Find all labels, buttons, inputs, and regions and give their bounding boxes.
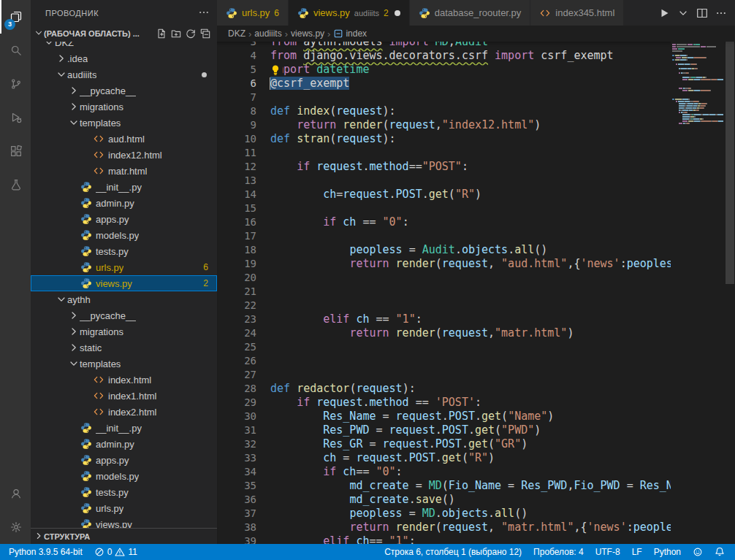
line-number[interactable]: 27 <box>217 368 270 382</box>
code-line[interactable]: 6@csrf_exempt <box>217 77 735 91</box>
tab-views.py[interactable]: views.pyaudiiits2 <box>289 0 410 26</box>
line-number[interactable]: 3 <box>217 42 270 49</box>
tree-item[interactable]: apps.py <box>31 211 217 227</box>
tree-item[interactable]: models.py <box>31 227 217 243</box>
code-line[interactable]: 34 if ch== "0": <box>217 465 735 479</box>
breadcrumb-item[interactable]: audiiits <box>254 28 281 39</box>
code-line[interactable]: 28def redactor(request): <box>217 382 735 396</box>
tree-item[interactable]: admin.py <box>31 195 217 211</box>
workspace-section-header[interactable]: (РАБОЧАЯ ОБЛАСТЬ) ... <box>31 26 217 42</box>
line-number[interactable]: 11 <box>217 146 270 160</box>
line-number[interactable]: 20 <box>217 271 270 285</box>
code-line[interactable]: 32 Res_GR = request.POST.get("GR") <box>217 437 735 451</box>
code-line[interactable]: 12 if request.method=="POST": <box>217 160 735 174</box>
tree-item[interactable]: migrations <box>31 99 217 115</box>
code-line[interactable]: 11 <box>217 146 735 160</box>
code-line[interactable]: 18 peopless = Audit.objects.all() <box>217 243 735 257</box>
line-number[interactable]: 17 <box>217 229 270 243</box>
code-line[interactable]: 13 <box>217 174 735 188</box>
tree-item[interactable]: aythh <box>31 291 217 307</box>
tree-item[interactable]: __pycache__ <box>31 307 217 323</box>
code-line[interactable]: 10def stran(request): <box>217 132 735 146</box>
tree-item[interactable]: DKZ <box>31 42 217 50</box>
line-number[interactable]: 26 <box>217 354 270 368</box>
tree-item[interactable]: templates <box>31 115 217 131</box>
code-line[interactable]: 9 return render(request,"index12.html") <box>217 118 735 132</box>
code-line[interactable]: 31 Res_PWD = request.POST.get("PWD") <box>217 423 735 437</box>
tree-item[interactable]: models.py <box>31 468 217 484</box>
code-line[interactable]: 27 <box>217 368 735 382</box>
new-file-button[interactable] <box>154 26 169 41</box>
lightbulb-icon[interactable] <box>270 64 283 77</box>
line-number[interactable]: 21 <box>217 285 270 299</box>
line-number[interactable]: 30 <box>217 410 270 423</box>
tree-item[interactable]: __init__.py <box>31 420 217 436</box>
run-button[interactable] <box>656 5 672 21</box>
code-line[interactable]: 30 Res_Name = request.POST.get("Name") <box>217 410 735 423</box>
settings-button[interactable] <box>0 510 31 544</box>
line-number[interactable]: 23 <box>217 312 270 326</box>
line-number[interactable]: 33 <box>217 451 270 465</box>
testing-button[interactable] <box>0 168 31 202</box>
extensions-button[interactable] <box>0 134 31 168</box>
code-line[interactable]: 23 elif ch == "1": <box>217 312 735 326</box>
line-number[interactable]: 38 <box>217 521 270 534</box>
line-number[interactable]: 5 <box>217 63 270 77</box>
status-indentation[interactable]: Пробелов: 4 <box>528 544 590 560</box>
line-number[interactable]: 39 <box>217 534 270 544</box>
split-editor-button[interactable] <box>694 5 710 21</box>
line-number[interactable]: 32 <box>217 437 270 451</box>
new-folder-button[interactable] <box>169 26 183 41</box>
line-number[interactable]: 18 <box>217 243 270 257</box>
line-number[interactable]: 28 <box>217 382 270 396</box>
tree-item[interactable]: urls.py <box>31 500 217 516</box>
code-line[interactable]: 15 <box>217 202 735 215</box>
account-button[interactable] <box>0 477 31 510</box>
code-line[interactable]: 20 <box>217 271 735 285</box>
line-number[interactable]: 15 <box>217 202 270 215</box>
tree-item[interactable]: migrations <box>31 323 217 340</box>
line-number[interactable]: 14 <box>217 188 270 202</box>
tree-item[interactable]: admin.py <box>31 436 217 452</box>
tree-item[interactable]: urls.py6 <box>31 259 217 275</box>
tree-item[interactable]: .idea <box>31 50 217 66</box>
code-line[interactable]: 38 return render(request, "matr.html",{'… <box>217 521 735 534</box>
explorer-button[interactable]: 3 <box>0 0 31 34</box>
run-dropdown-button[interactable] <box>675 5 691 21</box>
code-line[interactable]: 24 return render(request,"matr.html") <box>217 326 735 340</box>
status-feedback[interactable] <box>687 544 709 560</box>
tab-urls.py[interactable]: urls.py6 <box>217 0 289 26</box>
line-number[interactable]: 6 <box>217 77 270 91</box>
status-problems[interactable]: 011 <box>88 544 143 560</box>
code-line[interactable]: 29 if request.method == 'POST': <box>217 396 735 410</box>
status-encoding[interactable]: UTF-8 <box>590 544 626 560</box>
line-number[interactable]: 9 <box>217 118 270 132</box>
code-line[interactable]: 33 ch = request.POST.get("R") <box>217 451 735 465</box>
breadcrumb-item[interactable]: index <box>333 28 367 39</box>
code-line[interactable]: 39 elif ch== "1": <box>217 534 735 544</box>
tree-item[interactable]: __init__.py <box>31 179 217 195</box>
status-python-interpreter[interactable]: Python 3.9.5 64-bit <box>3 544 88 560</box>
line-number[interactable]: 24 <box>217 326 270 340</box>
code-line[interactable]: 19 return render(request, "aud.html",{'n… <box>217 257 735 271</box>
status-notifications[interactable] <box>709 544 731 560</box>
tree-item[interactable]: views.py2 <box>31 275 217 291</box>
refresh-button[interactable] <box>183 26 198 41</box>
line-number[interactable]: 7 <box>217 91 270 104</box>
breadcrumb-item[interactable]: DKZ <box>228 28 245 39</box>
line-number[interactable]: 8 <box>217 104 270 118</box>
line-number[interactable]: 22 <box>217 299 270 312</box>
line-number[interactable]: 29 <box>217 396 270 410</box>
line-number[interactable]: 4 <box>217 49 270 63</box>
tree-item[interactable]: matr.html <box>31 163 217 179</box>
tree-item[interactable]: static <box>31 340 217 356</box>
line-number[interactable]: 16 <box>217 215 270 229</box>
source-control-button[interactable] <box>0 67 31 101</box>
code-line[interactable]: 3from aythh.models import MD,Audit <box>217 42 735 49</box>
code-line[interactable]: 26 <box>217 354 735 368</box>
tree-item[interactable]: __pycache__ <box>31 83 217 99</box>
code-line[interactable]: 14 ch=request.POST.get("R") <box>217 188 735 202</box>
tab-database-roouter.py[interactable]: database_roouter.py <box>410 0 531 26</box>
line-number[interactable]: 12 <box>217 160 270 174</box>
line-number[interactable]: 10 <box>217 132 270 146</box>
